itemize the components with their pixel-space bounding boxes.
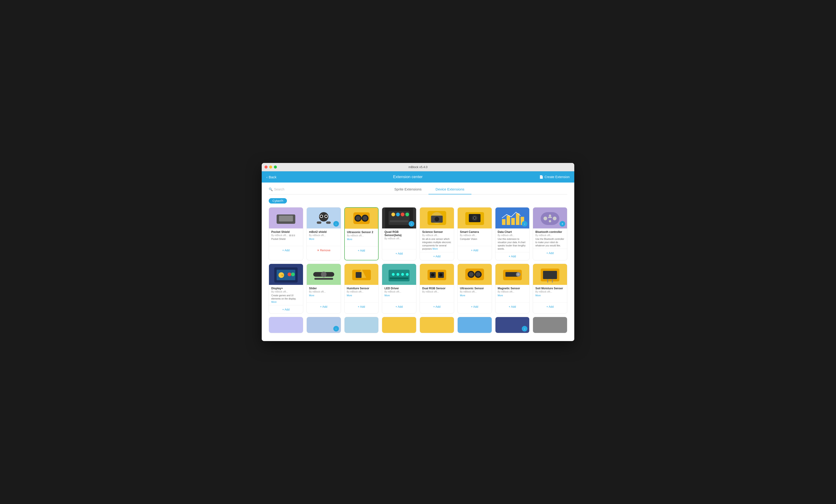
svg-point-70	[469, 272, 474, 277]
download-badge-row3-7: ↓	[522, 326, 527, 331]
card-action-ultrasonic2: + Add	[345, 246, 378, 254]
card-action-data-chart: + Add	[495, 252, 530, 260]
card-image-display: 😊	[269, 264, 303, 285]
card-image-row3-5	[420, 317, 454, 333]
svg-rect-1	[279, 216, 293, 221]
header-title: Extension center	[393, 175, 423, 179]
more-link-soil[interactable]: More	[535, 294, 541, 297]
back-arrow-icon: ‹	[266, 175, 268, 179]
card-image-ultrasonic2	[345, 208, 378, 229]
card-row3-2: ↓	[306, 317, 341, 333]
card-body-pocket-shield: Pocket Shield By mBlock offi... Pocket S…	[269, 229, 303, 245]
card-action-mbot2: ✕ Remove	[307, 246, 341, 254]
add-button[interactable]: + Add	[358, 249, 365, 252]
card-action-slider: + Add	[307, 302, 341, 311]
add-button[interactable]: + Add	[471, 305, 478, 308]
svg-rect-44	[548, 217, 552, 218]
card-magnetic: Magnetic Sensor By mBlock offi... More +…	[495, 264, 530, 313]
add-button[interactable]: + Add	[547, 252, 554, 255]
app-header: ‹ Back Extension center 📄 Create Extensi…	[262, 171, 574, 182]
cyberpi-tag[interactable]: CyberPi	[269, 198, 287, 203]
add-button[interactable]: + Add	[509, 255, 516, 258]
add-button[interactable]: + Add	[433, 305, 440, 308]
card-body-science: Science Senser By mBlock offi... An all-…	[420, 229, 454, 251]
card-image-dual-rgb	[420, 264, 454, 285]
card-image-slider	[307, 264, 341, 285]
maximize-button[interactable]	[274, 166, 277, 169]
svg-point-16	[362, 216, 367, 220]
svg-point-43	[549, 220, 551, 222]
svg-rect-36	[511, 218, 515, 225]
create-extension-button[interactable]: 📄 Create Extension	[539, 175, 570, 179]
tab-sprite[interactable]: Sprite Extensions	[387, 187, 429, 194]
card-action-pocket-shield: + Add	[269, 246, 303, 254]
search-placeholder: Search	[274, 188, 284, 191]
svg-point-41	[553, 217, 556, 220]
svg-point-14	[356, 216, 360, 220]
remove-button[interactable]: ✕ Remove	[317, 249, 330, 252]
svg-rect-39	[541, 212, 559, 225]
card-smart-camera: Smart Camera By mBlock offi... Computer …	[457, 207, 492, 260]
add-button[interactable]: + Add	[509, 305, 516, 308]
add-button[interactable]: + Add	[282, 308, 289, 311]
tab-device[interactable]: Device Extensions	[429, 187, 471, 194]
add-button[interactable]: + Add	[471, 249, 478, 252]
card-action-bluetooth: + Add	[533, 249, 567, 257]
more-link-magnetic[interactable]: More	[498, 294, 503, 297]
svg-rect-2	[289, 234, 291, 236]
card-body-smart-camera: Smart Camera By mBlock offi... Computer …	[458, 229, 492, 245]
more-link-ultrasonic[interactable]: More	[460, 294, 466, 297]
svg-point-42	[549, 214, 551, 217]
card-image-pocket-shield	[269, 208, 303, 229]
cards-row-1: Pocket Shield By mBlock offi... Pocket S…	[269, 207, 567, 260]
device-icons	[289, 234, 295, 236]
add-button[interactable]: + Add	[396, 305, 403, 308]
card-action-dual-rgb: + Add	[420, 302, 454, 311]
add-button[interactable]: + Add	[358, 305, 365, 308]
tabs-container: Sprite Extensions Device Extensions	[291, 187, 567, 194]
add-button[interactable]: + Add	[547, 305, 554, 308]
svg-point-76	[517, 273, 519, 275]
card-image-quad-rgb: ↓	[382, 208, 416, 229]
svg-text:😊: 😊	[281, 274, 284, 277]
card-led-driver: LED Driver By mBlock offi... More + Add	[382, 264, 416, 313]
more-link-humiture[interactable]: More	[347, 294, 352, 297]
card-body-quad-rgb: Quad RGB Sensor(beta) By mBlock offi...	[382, 229, 416, 248]
card-action-display: + Add	[269, 305, 303, 313]
more-link-science[interactable]: More	[433, 248, 438, 250]
svg-point-52	[321, 272, 326, 277]
card-display: 😊 Display+ By mBlock offi... Create game…	[269, 264, 303, 313]
svg-point-49	[288, 272, 291, 276]
card-action-science: + Add	[420, 252, 454, 260]
add-button[interactable]: + Add	[282, 249, 289, 252]
svg-point-19	[392, 213, 395, 216]
plus-badge-bluetooth: +	[559, 221, 565, 227]
svg-rect-35	[507, 216, 510, 225]
more-link-display[interactable]: More	[271, 301, 277, 303]
add-button[interactable]: + Add	[320, 305, 327, 308]
card-quad-rgb: ↓ Quad RGB Sensor(beta) By mBlock offi..…	[382, 207, 416, 260]
card-pocket-shield: Pocket Shield By mBlock offi... Pocket S…	[269, 207, 303, 260]
more-link-led[interactable]: More	[384, 294, 390, 297]
svg-point-22	[405, 213, 409, 216]
svg-rect-11	[326, 221, 331, 224]
cards-row-3: ↓ ↓	[269, 317, 567, 333]
card-image-smart-camera	[458, 208, 492, 229]
more-link-slider[interactable]: More	[309, 294, 315, 297]
card-image-row3-1	[269, 317, 303, 333]
minimize-button[interactable]	[269, 166, 272, 169]
svg-point-67	[439, 273, 442, 276]
more-link-ultrasonic2[interactable]: More	[347, 238, 353, 240]
add-button[interactable]: + Add	[396, 252, 403, 255]
svg-point-50	[291, 272, 295, 276]
close-button[interactable]	[265, 166, 268, 169]
card-image-mbot2: ↓	[307, 208, 341, 229]
add-button[interactable]: + Add	[433, 255, 440, 258]
back-button[interactable]: ‹ Back	[266, 175, 277, 179]
card-body-mbot2: mBot2 shield By mBlock offi... More	[307, 229, 341, 245]
svg-point-21	[401, 213, 404, 216]
svg-point-40	[544, 217, 547, 220]
svg-rect-37	[516, 213, 519, 225]
card-image-ultrasonic	[458, 264, 492, 285]
more-link-mbot2[interactable]: More	[309, 238, 315, 240]
